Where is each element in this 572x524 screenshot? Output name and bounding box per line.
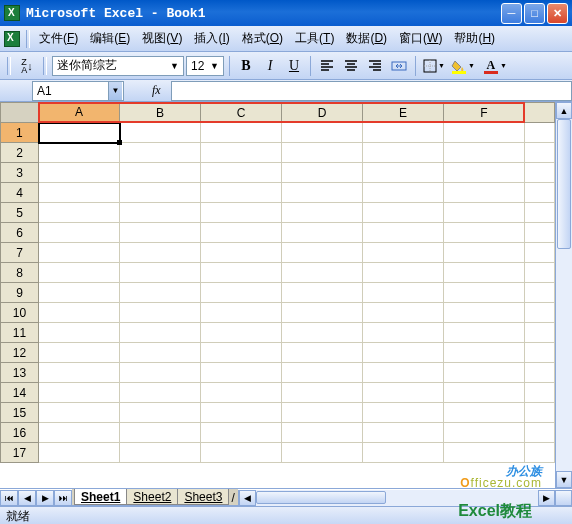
cell-A5[interactable] [39, 203, 120, 223]
cell-E15[interactable] [363, 403, 444, 423]
merge-center-button[interactable] [388, 55, 410, 77]
maximize-button[interactable]: □ [524, 3, 545, 24]
cell-C15[interactable] [201, 403, 282, 423]
cell-A3[interactable] [39, 163, 120, 183]
cell-B14[interactable] [120, 383, 201, 403]
row-header-14[interactable]: 14 [1, 383, 39, 403]
close-button[interactable]: ✕ [547, 3, 568, 24]
cell-E4[interactable] [363, 183, 444, 203]
font-color-button[interactable]: A▼ [480, 55, 502, 77]
menu-v[interactable]: 视图(V) [136, 27, 188, 50]
formula-input[interactable] [171, 81, 572, 101]
cell-E5[interactable] [363, 203, 444, 223]
cell-D3[interactable] [282, 163, 363, 183]
minimize-button[interactable]: ─ [501, 3, 522, 24]
cell-F14[interactable] [444, 383, 525, 403]
cell-E8[interactable] [363, 263, 444, 283]
cell-B1[interactable] [120, 123, 201, 143]
cell-C2[interactable] [201, 143, 282, 163]
cell-A6[interactable] [39, 223, 120, 243]
cell-D14[interactable] [282, 383, 363, 403]
cell-B9[interactable] [120, 283, 201, 303]
cell-E7[interactable] [363, 243, 444, 263]
cell-E6[interactable] [363, 223, 444, 243]
row-header-3[interactable]: 3 [1, 163, 39, 183]
cell-A16[interactable] [39, 423, 120, 443]
grip-icon[interactable] [26, 30, 30, 48]
cell-F5[interactable] [444, 203, 525, 223]
scroll-up-button[interactable]: ▲ [556, 102, 572, 119]
row-header-16[interactable]: 16 [1, 423, 39, 443]
align-left-button[interactable] [316, 55, 338, 77]
font-size-combo[interactable]: 12 ▼ [186, 56, 224, 76]
last-sheet-button[interactable]: ⏭ [54, 490, 72, 506]
cell-B15[interactable] [120, 403, 201, 423]
cell-B17[interactable] [120, 443, 201, 463]
row-header-1[interactable]: 1 [1, 123, 39, 143]
cell-D16[interactable] [282, 423, 363, 443]
cell-A1[interactable] [39, 123, 120, 143]
scroll-down-button[interactable]: ▼ [556, 471, 572, 488]
cell-A2[interactable] [39, 143, 120, 163]
cell-F13[interactable] [444, 363, 525, 383]
sheet-tab-sheet3[interactable]: Sheet3 [177, 489, 229, 505]
cell-A17[interactable] [39, 443, 120, 463]
cell-C14[interactable] [201, 383, 282, 403]
menu-w[interactable]: 窗口(W) [393, 27, 448, 50]
col-header-E[interactable]: E [363, 103, 444, 123]
cell-F9[interactable] [444, 283, 525, 303]
cell-A14[interactable] [39, 383, 120, 403]
sheet-tab-sheet1[interactable]: Sheet1 [74, 489, 127, 505]
cell-B5[interactable] [120, 203, 201, 223]
cell-C10[interactable] [201, 303, 282, 323]
menu-i[interactable]: 插入(I) [188, 27, 235, 50]
resize-grip[interactable] [555, 490, 572, 506]
cell-F15[interactable] [444, 403, 525, 423]
align-center-button[interactable] [340, 55, 362, 77]
cell-B2[interactable] [120, 143, 201, 163]
vertical-scrollbar[interactable]: ▲ ▼ [555, 102, 572, 488]
cell-E12[interactable] [363, 343, 444, 363]
cell-B4[interactable] [120, 183, 201, 203]
col-header-C[interactable]: C [201, 103, 282, 123]
cell-B10[interactable] [120, 303, 201, 323]
cell-B3[interactable] [120, 163, 201, 183]
cell-F4[interactable] [444, 183, 525, 203]
sort-desc-button[interactable]: ZA↓ [16, 55, 38, 77]
cells-table[interactable]: ABCDEF1234567891011121314151617 [0, 102, 555, 463]
cell-F10[interactable] [444, 303, 525, 323]
col-header-A[interactable]: A [39, 103, 120, 123]
cell-C11[interactable] [201, 323, 282, 343]
document-icon[interactable] [4, 31, 20, 47]
cell-F6[interactable] [444, 223, 525, 243]
cell-D17[interactable] [282, 443, 363, 463]
cell-D8[interactable] [282, 263, 363, 283]
row-header-10[interactable]: 10 [1, 303, 39, 323]
cell-E2[interactable] [363, 143, 444, 163]
fill-color-button[interactable]: ▼ [448, 55, 470, 77]
cell-F11[interactable] [444, 323, 525, 343]
cell-D15[interactable] [282, 403, 363, 423]
row-header-6[interactable]: 6 [1, 223, 39, 243]
row-header-5[interactable]: 5 [1, 203, 39, 223]
row-header-17[interactable]: 17 [1, 443, 39, 463]
cell-A10[interactable] [39, 303, 120, 323]
menu-d[interactable]: 数据(D) [340, 27, 393, 50]
col-header-B[interactable]: B [120, 103, 201, 123]
cell-B8[interactable] [120, 263, 201, 283]
cell-D11[interactable] [282, 323, 363, 343]
cell-A8[interactable] [39, 263, 120, 283]
cell-E14[interactable] [363, 383, 444, 403]
menu-o[interactable]: 格式(O) [236, 27, 289, 50]
cell-D1[interactable] [282, 123, 363, 143]
chevron-down-icon[interactable]: ▼ [170, 61, 179, 71]
cell-B13[interactable] [120, 363, 201, 383]
row-header-13[interactable]: 13 [1, 363, 39, 383]
row-header-9[interactable]: 9 [1, 283, 39, 303]
cell-E11[interactable] [363, 323, 444, 343]
cell-F3[interactable] [444, 163, 525, 183]
grip-icon[interactable] [7, 57, 11, 75]
menu-f[interactable]: 文件(F) [33, 27, 84, 50]
col-header-D[interactable]: D [282, 103, 363, 123]
cell-E3[interactable] [363, 163, 444, 183]
